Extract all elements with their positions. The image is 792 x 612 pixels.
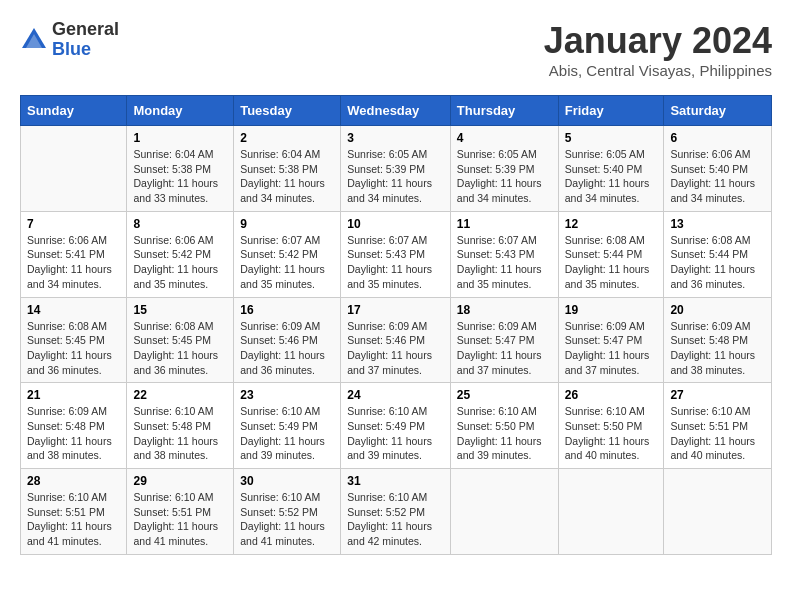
calendar-cell: 11Sunrise: 6:07 AMSunset: 5:43 PMDayligh… bbox=[450, 211, 558, 297]
calendar-cell: 5Sunrise: 6:05 AMSunset: 5:40 PMDaylight… bbox=[558, 126, 664, 212]
day-number: 2 bbox=[240, 131, 334, 145]
calendar-cell bbox=[558, 469, 664, 555]
day-info: Sunrise: 6:05 AMSunset: 5:39 PMDaylight:… bbox=[457, 147, 552, 206]
day-info: Sunrise: 6:09 AMSunset: 5:46 PMDaylight:… bbox=[240, 319, 334, 378]
day-info: Sunrise: 6:07 AMSunset: 5:43 PMDaylight:… bbox=[457, 233, 552, 292]
calendar-cell: 27Sunrise: 6:10 AMSunset: 5:51 PMDayligh… bbox=[664, 383, 772, 469]
calendar-cell: 7Sunrise: 6:06 AMSunset: 5:41 PMDaylight… bbox=[21, 211, 127, 297]
day-number: 21 bbox=[27, 388, 120, 402]
day-info: Sunrise: 6:09 AMSunset: 5:47 PMDaylight:… bbox=[457, 319, 552, 378]
day-info: Sunrise: 6:10 AMSunset: 5:52 PMDaylight:… bbox=[240, 490, 334, 549]
day-info: Sunrise: 6:09 AMSunset: 5:48 PMDaylight:… bbox=[27, 404, 120, 463]
logo: General Blue bbox=[20, 20, 119, 60]
week-row-1: 1Sunrise: 6:04 AMSunset: 5:38 PMDaylight… bbox=[21, 126, 772, 212]
calendar-cell: 31Sunrise: 6:10 AMSunset: 5:52 PMDayligh… bbox=[341, 469, 451, 555]
logo-blue-text: Blue bbox=[52, 39, 91, 59]
day-info: Sunrise: 6:07 AMSunset: 5:42 PMDaylight:… bbox=[240, 233, 334, 292]
day-number: 14 bbox=[27, 303, 120, 317]
day-info: Sunrise: 6:10 AMSunset: 5:50 PMDaylight:… bbox=[457, 404, 552, 463]
calendar-cell: 8Sunrise: 6:06 AMSunset: 5:42 PMDaylight… bbox=[127, 211, 234, 297]
calendar-cell: 30Sunrise: 6:10 AMSunset: 5:52 PMDayligh… bbox=[234, 469, 341, 555]
week-row-3: 14Sunrise: 6:08 AMSunset: 5:45 PMDayligh… bbox=[21, 297, 772, 383]
day-info: Sunrise: 6:10 AMSunset: 5:51 PMDaylight:… bbox=[670, 404, 765, 463]
day-number: 7 bbox=[27, 217, 120, 231]
day-number: 12 bbox=[565, 217, 658, 231]
day-info: Sunrise: 6:04 AMSunset: 5:38 PMDaylight:… bbox=[240, 147, 334, 206]
day-number: 15 bbox=[133, 303, 227, 317]
day-number: 13 bbox=[670, 217, 765, 231]
calendar-subtitle: Abis, Central Visayas, Philippines bbox=[544, 62, 772, 79]
day-info: Sunrise: 6:08 AMSunset: 5:45 PMDaylight:… bbox=[133, 319, 227, 378]
weekday-header-saturday: Saturday bbox=[664, 96, 772, 126]
weekday-header-friday: Friday bbox=[558, 96, 664, 126]
week-row-4: 21Sunrise: 6:09 AMSunset: 5:48 PMDayligh… bbox=[21, 383, 772, 469]
weekday-header-thursday: Thursday bbox=[450, 96, 558, 126]
weekday-header-wednesday: Wednesday bbox=[341, 96, 451, 126]
calendar-cell: 21Sunrise: 6:09 AMSunset: 5:48 PMDayligh… bbox=[21, 383, 127, 469]
day-info: Sunrise: 6:10 AMSunset: 5:51 PMDaylight:… bbox=[27, 490, 120, 549]
day-number: 1 bbox=[133, 131, 227, 145]
calendar-cell: 22Sunrise: 6:10 AMSunset: 5:48 PMDayligh… bbox=[127, 383, 234, 469]
calendar-cell: 19Sunrise: 6:09 AMSunset: 5:47 PMDayligh… bbox=[558, 297, 664, 383]
day-info: Sunrise: 6:10 AMSunset: 5:51 PMDaylight:… bbox=[133, 490, 227, 549]
day-info: Sunrise: 6:04 AMSunset: 5:38 PMDaylight:… bbox=[133, 147, 227, 206]
day-info: Sunrise: 6:07 AMSunset: 5:43 PMDaylight:… bbox=[347, 233, 444, 292]
calendar-cell: 18Sunrise: 6:09 AMSunset: 5:47 PMDayligh… bbox=[450, 297, 558, 383]
day-number: 26 bbox=[565, 388, 658, 402]
day-info: Sunrise: 6:06 AMSunset: 5:41 PMDaylight:… bbox=[27, 233, 120, 292]
day-info: Sunrise: 6:10 AMSunset: 5:49 PMDaylight:… bbox=[240, 404, 334, 463]
day-number: 11 bbox=[457, 217, 552, 231]
day-info: Sunrise: 6:05 AMSunset: 5:40 PMDaylight:… bbox=[565, 147, 658, 206]
day-info: Sunrise: 6:09 AMSunset: 5:48 PMDaylight:… bbox=[670, 319, 765, 378]
day-number: 4 bbox=[457, 131, 552, 145]
calendar-cell: 2Sunrise: 6:04 AMSunset: 5:38 PMDaylight… bbox=[234, 126, 341, 212]
calendar-cell: 3Sunrise: 6:05 AMSunset: 5:39 PMDaylight… bbox=[341, 126, 451, 212]
calendar-title: January 2024 bbox=[544, 20, 772, 62]
calendar-cell: 9Sunrise: 6:07 AMSunset: 5:42 PMDaylight… bbox=[234, 211, 341, 297]
day-info: Sunrise: 6:10 AMSunset: 5:48 PMDaylight:… bbox=[133, 404, 227, 463]
day-number: 23 bbox=[240, 388, 334, 402]
day-info: Sunrise: 6:08 AMSunset: 5:44 PMDaylight:… bbox=[565, 233, 658, 292]
weekday-header-sunday: Sunday bbox=[21, 96, 127, 126]
calendar-cell: 14Sunrise: 6:08 AMSunset: 5:45 PMDayligh… bbox=[21, 297, 127, 383]
day-number: 10 bbox=[347, 217, 444, 231]
calendar-cell: 10Sunrise: 6:07 AMSunset: 5:43 PMDayligh… bbox=[341, 211, 451, 297]
day-info: Sunrise: 6:09 AMSunset: 5:47 PMDaylight:… bbox=[565, 319, 658, 378]
calendar-cell: 6Sunrise: 6:06 AMSunset: 5:40 PMDaylight… bbox=[664, 126, 772, 212]
calendar-cell: 16Sunrise: 6:09 AMSunset: 5:46 PMDayligh… bbox=[234, 297, 341, 383]
calendar-cell: 20Sunrise: 6:09 AMSunset: 5:48 PMDayligh… bbox=[664, 297, 772, 383]
day-info: Sunrise: 6:05 AMSunset: 5:39 PMDaylight:… bbox=[347, 147, 444, 206]
day-number: 25 bbox=[457, 388, 552, 402]
day-number: 27 bbox=[670, 388, 765, 402]
logo-icon bbox=[20, 26, 48, 54]
day-number: 31 bbox=[347, 474, 444, 488]
calendar-cell bbox=[21, 126, 127, 212]
day-info: Sunrise: 6:09 AMSunset: 5:46 PMDaylight:… bbox=[347, 319, 444, 378]
calendar-body: 1Sunrise: 6:04 AMSunset: 5:38 PMDaylight… bbox=[21, 126, 772, 555]
calendar-cell: 13Sunrise: 6:08 AMSunset: 5:44 PMDayligh… bbox=[664, 211, 772, 297]
calendar-cell: 1Sunrise: 6:04 AMSunset: 5:38 PMDaylight… bbox=[127, 126, 234, 212]
day-number: 9 bbox=[240, 217, 334, 231]
day-number: 29 bbox=[133, 474, 227, 488]
logo-general-text: General bbox=[52, 19, 119, 39]
day-number: 30 bbox=[240, 474, 334, 488]
day-number: 28 bbox=[27, 474, 120, 488]
day-info: Sunrise: 6:10 AMSunset: 5:52 PMDaylight:… bbox=[347, 490, 444, 549]
day-number: 17 bbox=[347, 303, 444, 317]
title-area: January 2024 Abis, Central Visayas, Phil… bbox=[544, 20, 772, 79]
week-row-5: 28Sunrise: 6:10 AMSunset: 5:51 PMDayligh… bbox=[21, 469, 772, 555]
day-number: 16 bbox=[240, 303, 334, 317]
day-number: 6 bbox=[670, 131, 765, 145]
calendar-cell: 24Sunrise: 6:10 AMSunset: 5:49 PMDayligh… bbox=[341, 383, 451, 469]
day-info: Sunrise: 6:10 AMSunset: 5:49 PMDaylight:… bbox=[347, 404, 444, 463]
calendar-cell: 4Sunrise: 6:05 AMSunset: 5:39 PMDaylight… bbox=[450, 126, 558, 212]
calendar-cell: 26Sunrise: 6:10 AMSunset: 5:50 PMDayligh… bbox=[558, 383, 664, 469]
calendar-cell: 12Sunrise: 6:08 AMSunset: 5:44 PMDayligh… bbox=[558, 211, 664, 297]
day-info: Sunrise: 6:08 AMSunset: 5:44 PMDaylight:… bbox=[670, 233, 765, 292]
calendar-cell: 29Sunrise: 6:10 AMSunset: 5:51 PMDayligh… bbox=[127, 469, 234, 555]
calendar-cell bbox=[664, 469, 772, 555]
calendar-cell: 28Sunrise: 6:10 AMSunset: 5:51 PMDayligh… bbox=[21, 469, 127, 555]
calendar-header: SundayMondayTuesdayWednesdayThursdayFrid… bbox=[21, 96, 772, 126]
weekday-header-row: SundayMondayTuesdayWednesdayThursdayFrid… bbox=[21, 96, 772, 126]
week-row-2: 7Sunrise: 6:06 AMSunset: 5:41 PMDaylight… bbox=[21, 211, 772, 297]
